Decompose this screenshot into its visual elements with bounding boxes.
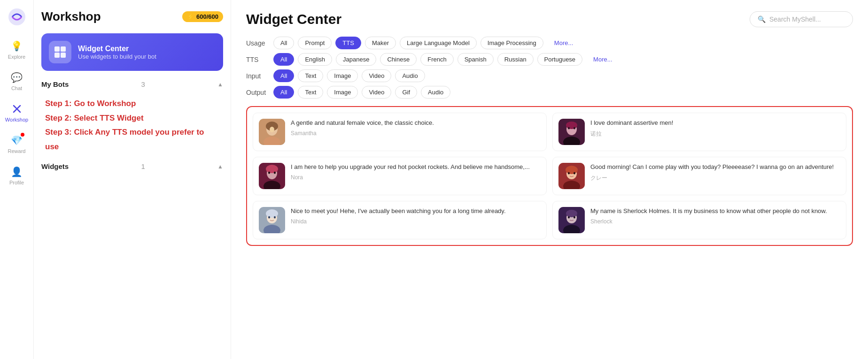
svg-point-9 (270, 127, 274, 132)
panel-title: Workshop (41, 9, 101, 24)
content-top: Widget Center 🔍 Search MyShell... (246, 11, 853, 27)
usage-chip-llm[interactable]: Large Language Model (400, 37, 477, 49)
cards-grid: A gentle and natural female voice, the c… (246, 106, 853, 246)
svg-point-19 (266, 165, 278, 173)
svg-point-15 (574, 127, 575, 130)
svg-point-31 (266, 209, 278, 218)
widget-center-card-icon (49, 41, 71, 63)
tts-chip-portuguese[interactable]: Portuguese (537, 53, 583, 66)
tts-chip-chinese[interactable]: Chinese (380, 53, 417, 66)
sidebar-item-profile[interactable]: 👤 Profile (0, 161, 33, 189)
output-label: Output (246, 89, 270, 96)
workshop-icon (10, 102, 23, 115)
output-chip-text[interactable]: Text (298, 86, 323, 99)
output-chip-audio[interactable]: Audio (421, 86, 450, 99)
sidebar-item-explore[interactable]: 💡 Explore (0, 36, 33, 63)
svg-point-20 (268, 172, 270, 174)
input-chip-text[interactable]: Text (298, 69, 323, 82)
widgets-header: Widgets 1 ▲ (41, 162, 223, 170)
usage-filter-row: Usage All Prompt TTS Maker Large Languag… (246, 37, 853, 49)
svg-point-39 (574, 216, 575, 219)
card-nora[interactable]: I am here to help you upgrade your red h… (253, 157, 547, 195)
usage-chip-all[interactable]: All (273, 37, 294, 49)
usage-chip-img[interactable]: Image Processing (480, 37, 543, 49)
usage-chip-tts[interactable]: TTS (335, 37, 361, 49)
panel-header: Workshop ⚡ 600/600 (41, 9, 223, 24)
widget-center-subtitle: Use widgets to build your bot (78, 53, 156, 60)
svg-point-21 (274, 172, 276, 174)
explore-icon: 💡 (10, 39, 23, 53)
widgets-count: 1 (141, 162, 145, 170)
step-1: Step 1: Go to Workshop (45, 97, 219, 111)
output-chip-all[interactable]: All (273, 86, 294, 99)
content-title: Widget Center (246, 11, 341, 27)
widgets-label: Widgets (41, 162, 69, 170)
card-klee-body: Good morning! Can I come play with you t… (590, 163, 840, 182)
card-sherlock-desc: My name is Sherlock Holmes. It is my bus… (590, 207, 840, 215)
tts-chip-more[interactable]: More... (586, 53, 619, 66)
my-bots-count: 3 (141, 80, 145, 88)
card-sherlock[interactable]: My name is Sherlock Holmes. It is my bus… (552, 201, 846, 239)
output-chip-video[interactable]: Video (362, 86, 391, 99)
card-nihida-name: Nihida (291, 218, 541, 225)
card-nora-cn-name: 诺拉 (590, 130, 840, 138)
search-box[interactable]: 🔍 Search MyShell... (750, 11, 853, 27)
sidebar-item-label: Profile (9, 180, 24, 185)
tts-chip-russian[interactable]: Russian (497, 53, 534, 66)
tts-chip-all[interactable]: All (273, 53, 294, 66)
input-chip-all[interactable]: All (273, 69, 294, 82)
profile-icon: 👤 (10, 165, 23, 178)
widget-center-card[interactable]: Widget Center Use widgets to build your … (41, 33, 223, 71)
tts-chip-french[interactable]: French (420, 53, 453, 66)
search-placeholder: Search MyShell... (769, 15, 821, 23)
svg-rect-1 (54, 46, 60, 52)
tts-chip-japanese[interactable]: Japanese (336, 53, 376, 66)
widget-center-text: Widget Center Use widgets to build your … (78, 45, 156, 60)
output-chip-image[interactable]: Image (327, 86, 358, 99)
chat-icon: 💬 (10, 71, 23, 84)
input-chip-audio[interactable]: Audio (395, 69, 425, 82)
tts-chip-spanish[interactable]: Spanish (457, 53, 494, 66)
avatar-nihida (259, 207, 285, 233)
sidebar-item-label: Reward (8, 148, 26, 154)
card-sherlock-name: Sherlock (590, 218, 840, 225)
input-chip-video[interactable]: Video (362, 69, 391, 82)
content-area: Widget Center 🔍 Search MyShell... Usage … (231, 0, 868, 359)
sidebar-item-chat[interactable]: 💬 Chat (0, 67, 33, 95)
sidebar-item-reward[interactable]: 💎 Reward (0, 130, 33, 158)
tts-chip-english[interactable]: English (298, 53, 332, 66)
card-samantha-name: Samantha (291, 130, 541, 137)
svg-rect-2 (61, 46, 66, 52)
input-label: Input (246, 72, 270, 80)
card-nora-body: I am here to help you upgrade your red h… (291, 163, 541, 181)
reward-icon: 💎 (10, 134, 23, 147)
usage-chip-maker[interactable]: Maker (365, 37, 396, 49)
energy-badge: ⚡ 600/600 (182, 11, 223, 22)
widget-center-title: Widget Center (78, 45, 156, 53)
card-nora-cn[interactable]: I love dominant assertive men! 诺拉 (552, 113, 846, 151)
my-bots-chevron[interactable]: ▲ (217, 81, 223, 88)
card-nihida-desc: Nice to meet you! Hehe, I've actually be… (291, 207, 541, 215)
input-chip-image[interactable]: Image (327, 69, 358, 82)
tts-filter-row: TTS All English Japanese Chinese French … (246, 53, 853, 66)
output-filter-row: Output All Text Image Video Gif Audio (246, 86, 853, 99)
svg-point-38 (568, 216, 570, 219)
output-chip-gif[interactable]: Gif (395, 86, 417, 99)
svg-point-13 (566, 122, 577, 129)
svg-point-0 (8, 8, 25, 25)
card-klee[interactable]: Good morning! Can I come play with you t… (552, 157, 846, 195)
usage-chip-more[interactable]: More... (547, 37, 580, 49)
card-samantha-body: A gentle and natural female voice, the c… (291, 119, 541, 137)
usage-chip-prompt[interactable]: Prompt (298, 37, 332, 49)
workshop-panel: Workshop ⚡ 600/600 Widget Center Use wid… (34, 0, 231, 359)
widgets-chevron[interactable]: ▲ (217, 163, 223, 170)
steps-container: Step 1: Go to Workshop Step 2: Select TT… (41, 97, 223, 154)
card-klee-name: クレー (590, 174, 840, 182)
sidebar-item-workshop[interactable]: Workshop (0, 99, 33, 126)
svg-rect-4 (61, 53, 66, 58)
logo[interactable] (8, 8, 26, 26)
card-nihida[interactable]: Nice to meet you! Hehe, I've actually be… (253, 201, 547, 239)
card-samantha[interactable]: A gentle and natural female voice, the c… (253, 113, 547, 151)
energy-value: 600/600 (196, 13, 218, 20)
avatar-nora-cn (558, 119, 585, 145)
